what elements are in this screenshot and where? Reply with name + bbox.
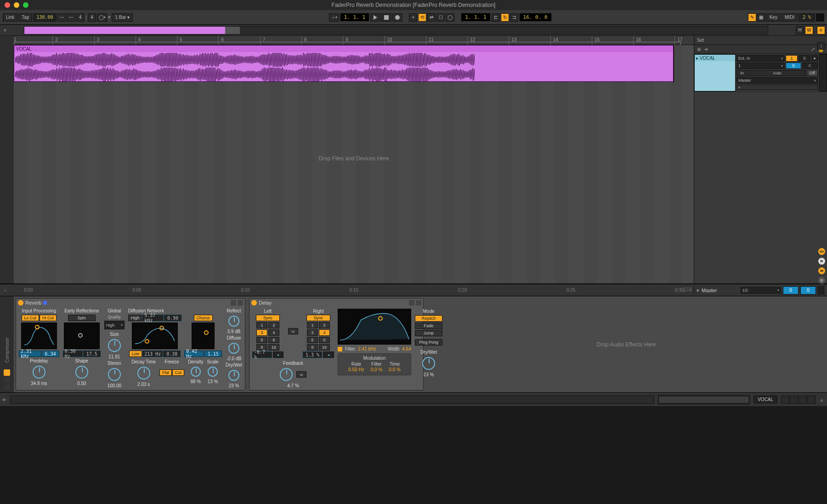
diffuse-knob[interactable]: [228, 343, 239, 354]
filter-width[interactable]: 4.64: [402, 346, 411, 351]
capture-button[interactable]: ☐: [436, 13, 445, 22]
r-8[interactable]: 8: [307, 344, 318, 351]
loop-start[interactable]: 1. 1. 1: [461, 13, 490, 22]
track-play-icon[interactable]: ▸: [696, 56, 698, 61]
selected-track-name[interactable]: VOCAL: [753, 396, 777, 403]
l-6[interactable]: 6: [268, 337, 279, 343]
link-button[interactable]: Link: [3, 13, 17, 22]
loop-length[interactable]: 16. 0. 0: [519, 13, 552, 22]
reverb-drywet-knob[interactable]: [228, 370, 239, 381]
monitor-off[interactable]: Off: [807, 70, 818, 76]
reverb-activator[interactable]: [18, 300, 23, 306]
feedback-inf-button[interactable]: ∞: [296, 371, 306, 378]
l-1[interactable]: 1: [256, 322, 267, 328]
delay-filter-display[interactable]: [338, 309, 411, 345]
delay-titlebar[interactable]: Delay: [249, 299, 423, 307]
nudge-up-button[interactable]: ◦◦◦: [67, 13, 75, 22]
mixer-toggle[interactable]: M: [818, 267, 825, 274]
midi-map-button[interactable]: MIDI: [782, 13, 798, 22]
h-button[interactable]: H: [796, 26, 804, 34]
predelay-knob[interactable]: [33, 366, 45, 379]
size-value[interactable]: 11.91: [108, 354, 120, 359]
r-1[interactable]: 1: [307, 322, 318, 328]
record-button[interactable]: [392, 13, 402, 22]
stereo-value[interactable]: 100.00: [107, 383, 121, 388]
reverb-drywet-value[interactable]: 23 %: [229, 383, 239, 388]
r-3[interactable]: 3: [307, 329, 318, 336]
freeze-flat[interactable]: Flat: [159, 369, 172, 376]
chorus-freq[interactable]: 0.42 Hz: [184, 351, 204, 357]
r-5[interactable]: 5: [307, 337, 318, 343]
draw-mode-button[interactable]: ✎: [748, 13, 756, 22]
audio-to[interactable]: Master: [736, 77, 818, 84]
detail-view-4[interactable]: [807, 396, 816, 404]
mod-filter[interactable]: 0.0 %: [371, 367, 383, 372]
arm-button[interactable]: ●: [811, 55, 818, 62]
track-header-clip-slot[interactable]: ▸VOCAL: [694, 54, 736, 91]
track-activator[interactable]: 1: [786, 55, 798, 62]
overview-window[interactable]: [225, 27, 240, 34]
overdub-button[interactable]: +: [409, 13, 417, 22]
delay-hot-swap-icon[interactable]: [409, 300, 414, 306]
punch-in-button[interactable]: ⊏: [492, 13, 500, 22]
mod-time[interactable]: 0.0 %: [389, 367, 401, 372]
dn-lo-freq[interactable]: 213 Hz: [142, 351, 163, 357]
predelay-value[interactable]: 34.8 ms: [31, 381, 47, 386]
arrangement-position[interactable]: 1. 1. 1: [340, 13, 369, 22]
chorus-button[interactable]: Chorus: [194, 315, 213, 321]
follow-button[interactable]: →•: [329, 13, 339, 22]
r-6[interactable]: 6: [319, 337, 330, 343]
play-button[interactable]: [370, 13, 380, 22]
playhead[interactable]: [674, 45, 674, 83]
hicut-button[interactable]: Hi Cut: [40, 315, 57, 321]
r-offset[interactable]: 1.3 %: [303, 351, 322, 358]
density-knob[interactable]: [191, 367, 201, 377]
device-tab-inactive-2[interactable]: [4, 384, 10, 391]
master-cue-b[interactable]: 0: [800, 286, 816, 294]
automation-arm-button[interactable]: ⟲: [418, 13, 426, 22]
feedback-knob[interactable]: [280, 368, 293, 381]
reenable-automation-button[interactable]: ⇄: [427, 13, 436, 22]
chorus-xy[interactable]: [192, 323, 215, 349]
input-lo-freq[interactable]: 2.31 kHz: [19, 351, 41, 357]
delay-activator[interactable]: [251, 300, 257, 306]
diffusion-xy[interactable]: [132, 323, 178, 349]
sidebar-toggle[interactable]: ⫶: [817, 42, 825, 50]
detail-view-1[interactable]: [781, 396, 789, 404]
l-offset[interactable]: -0.7 %: [252, 351, 272, 358]
tap-tempo-button[interactable]: Tap: [18, 13, 32, 22]
global-quantize[interactable]: 1 Bar ▾: [112, 13, 133, 22]
overview-collapse-icon[interactable]: ▼: [0, 28, 10, 33]
tempo-field[interactable]: 130.00: [33, 13, 56, 22]
decay-knob[interactable]: [137, 367, 150, 379]
dn-hi-amt[interactable]: 0.90: [164, 315, 181, 321]
add-track-icon[interactable]: ⊕: [697, 46, 701, 52]
expand-icon[interactable]: ⤢: [811, 46, 815, 52]
scale-knob[interactable]: [208, 367, 218, 377]
track-lane-vocal[interactable]: VOCAL: [14, 45, 694, 83]
er-amt[interactable]: 17.5: [83, 351, 101, 357]
time-ruler[interactable]: 1/4 0:000:050:100:150:200:250:30: [24, 286, 694, 295]
returns-toggle[interactable]: R: [818, 258, 825, 265]
early-xy[interactable]: [64, 323, 100, 349]
clip-overview[interactable]: [658, 395, 750, 404]
track-name-label[interactable]: VOCAL: [700, 56, 715, 61]
l-offset-nudge[interactable]: ◂: [273, 351, 283, 358]
dn-hi-freq[interactable]: 5.37 kHz: [142, 315, 164, 321]
audio-clip-vocal[interactable]: VOCAL: [14, 45, 674, 82]
delay-link-button[interactable]: ∞: [288, 328, 298, 334]
dn-lo-amt[interactable]: 0.38: [163, 351, 181, 357]
sig-denominator[interactable]: 4: [88, 13, 96, 22]
size-knob[interactable]: [108, 339, 121, 352]
audio-from-type[interactable]: Ext. In: [736, 55, 785, 62]
delay-drywet-knob[interactable]: [422, 357, 435, 370]
beat-ruler[interactable]: 1234567891011121314151617: [14, 36, 694, 45]
filter-freq[interactable]: 2.41 kHz: [358, 346, 376, 351]
l-3[interactable]: 3: [256, 329, 267, 336]
feedback-value[interactable]: 4.7 %: [287, 383, 299, 388]
computer-midi-keyboard-button[interactable]: ▦: [757, 13, 765, 22]
overload-indicator[interactable]: [816, 13, 824, 22]
arrangement-timeline[interactable]: 1234567891011121314151617 VOCAL Drop Fil…: [14, 36, 694, 283]
l-2[interactable]: 2: [268, 322, 279, 328]
monitor-auto[interactable]: Auto: [748, 70, 806, 76]
